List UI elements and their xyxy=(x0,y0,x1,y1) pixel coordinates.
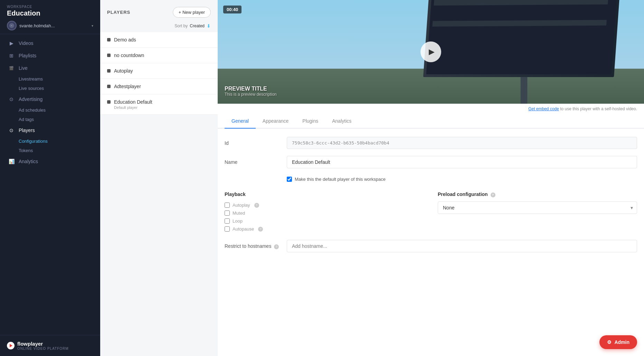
form-row-default: Make this the default player of this wor… xyxy=(225,175,637,183)
list-item[interactable]: Autoplay xyxy=(100,63,218,79)
loop-label: Loop xyxy=(233,218,243,224)
svg-line-9 xyxy=(434,0,608,1)
default-player-name: Education Default xyxy=(114,99,152,105)
sidebar-item-live[interactable]: 🎬 Live xyxy=(0,62,100,74)
players-header: PLAYERS + New player xyxy=(100,0,218,21)
name-input[interactable] xyxy=(287,156,637,168)
sidebar-item-ad-tags[interactable]: Ad tags xyxy=(19,115,100,124)
preload-help-icon: ? xyxy=(491,193,495,197)
admin-gear-icon: ⚙ xyxy=(607,339,612,345)
sidebar-item-analytics[interactable]: 📊 Analytics xyxy=(0,155,100,168)
playlists-icon: ⊞ xyxy=(8,53,15,59)
player-name: Autoplay xyxy=(114,68,133,74)
live-icon: 🎬 xyxy=(8,65,15,71)
players-panel-title: PLAYERS xyxy=(107,10,130,15)
sidebar-item-ad-schedules[interactable]: Ad schedules xyxy=(19,105,100,115)
name-field xyxy=(287,156,637,168)
default-player-checkbox[interactable] xyxy=(287,177,292,182)
tab-plugins[interactable]: Plugins xyxy=(295,114,325,129)
sidebar-item-configurations[interactable]: Configurations xyxy=(19,137,100,146)
players-icon: ⊙ xyxy=(8,127,15,133)
default-player-item[interactable]: Education Default Default player xyxy=(100,94,218,115)
default-label-spacer xyxy=(225,175,287,179)
sort-label: Sort by xyxy=(174,24,188,28)
tab-appearance[interactable]: Appearance xyxy=(256,114,296,129)
video-timestamp: 00:40 xyxy=(223,6,242,13)
admin-button-label: Admin xyxy=(614,339,629,345)
brand-logo-icon xyxy=(7,342,15,349)
analytics-icon: 📊 xyxy=(8,158,15,165)
svg-line-10 xyxy=(433,23,607,24)
preload-title: Preload configuration ? xyxy=(438,191,637,197)
svg-rect-7 xyxy=(521,77,527,104)
default-checkbox-text: Make this the default player of this wor… xyxy=(295,177,386,182)
tab-general[interactable]: General xyxy=(225,114,256,129)
loop-checkbox-label[interactable]: Loop xyxy=(225,217,424,225)
player-dot xyxy=(107,69,111,73)
preload-title-text: Preload configuration xyxy=(438,191,488,197)
restrict-field xyxy=(287,240,637,252)
embed-code-link[interactable]: Get embed code xyxy=(528,106,559,111)
main-nav: ▶ Videos ⊞ Playlists 🎬 Live Livestreams … xyxy=(0,34,100,170)
players-panel: PLAYERS + New player Sort by Created ⬇ D… xyxy=(100,0,218,356)
tabs-bar: General Appearance Plugins Analytics xyxy=(218,114,644,129)
sort-value[interactable]: Created xyxy=(190,24,205,28)
autopause-checkbox[interactable] xyxy=(225,226,230,232)
sidebar-item-label-videos: Videos xyxy=(19,40,34,46)
preload-section: Preload configuration ? None Metadata Au… xyxy=(438,191,637,233)
video-play-button[interactable]: ▶ xyxy=(420,41,441,62)
sidebar-bottom: flowplayer ONLINE VIDEO PLATFORM xyxy=(0,335,100,356)
sidebar-item-label-playlists: Playlists xyxy=(19,53,36,58)
sort-icon[interactable]: ⬇ xyxy=(207,23,211,29)
muted-checkbox-label[interactable]: Muted xyxy=(225,209,424,217)
sidebar-item-tokens[interactable]: Tokens xyxy=(19,146,100,155)
player-dot xyxy=(107,38,111,41)
form-row-restrict: Restrict to hostnames ? xyxy=(225,240,637,252)
player-dot xyxy=(107,54,111,57)
sidebar-item-playlists[interactable]: ⊞ Playlists xyxy=(0,49,100,62)
embed-code-bar: Get embed code to use this player with a… xyxy=(218,104,644,114)
player-name: Adtestplayer xyxy=(114,84,141,89)
autoplay-label: Autoplay xyxy=(233,203,250,208)
player-name: no countdown xyxy=(114,53,144,58)
sidebar: WORKSPACE Education svante.holmdah... ▾ … xyxy=(0,0,100,356)
admin-button[interactable]: ⚙ Admin xyxy=(599,335,637,349)
workspace-label: WORKSPACE xyxy=(7,5,93,9)
list-item[interactable]: no countdown xyxy=(100,48,218,63)
advertising-icon: ⊙ xyxy=(8,96,15,102)
loop-checkbox[interactable] xyxy=(225,218,230,224)
sidebar-item-live-sources[interactable]: Live sources xyxy=(19,84,100,93)
muted-label: Muted xyxy=(233,210,245,216)
autoplay-help-icon: ? xyxy=(254,203,259,208)
sidebar-item-players[interactable]: ⊙ Players xyxy=(0,124,100,137)
embed-code-description: to use this player with a self-hosted vi… xyxy=(560,106,637,111)
user-avatar xyxy=(7,21,17,30)
restrict-label-text: Restrict to hostnames xyxy=(225,243,271,249)
sidebar-item-label-analytics: Analytics xyxy=(19,159,38,164)
sidebar-item-livestreams[interactable]: Livestreams xyxy=(19,74,100,84)
preload-select-wrapper: None Metadata Auto xyxy=(438,202,637,214)
autopause-label: Autopause xyxy=(233,226,254,232)
player-dot xyxy=(107,85,111,88)
brand: flowplayer ONLINE VIDEO PLATFORM xyxy=(7,341,93,350)
sidebar-item-advertising[interactable]: ⊙ Advertising xyxy=(0,93,100,105)
id-value: 759c58c3-6ccc-43d2-b635-50b4bacd70b4 xyxy=(287,137,637,149)
list-item[interactable]: Adtestplayer xyxy=(100,79,218,94)
autopause-checkbox-label[interactable]: Autopause ? xyxy=(225,225,424,233)
tab-analytics[interactable]: Analytics xyxy=(325,114,358,129)
autoplay-checkbox-label[interactable]: Autoplay ? xyxy=(225,201,424,209)
video-title-overlay: PREVIEW TITLE This is a preview descript… xyxy=(225,86,277,97)
preload-select[interactable]: None Metadata Auto xyxy=(438,202,637,214)
user-dropdown-icon: ▾ xyxy=(92,24,93,28)
restrict-input[interactable] xyxy=(287,240,637,252)
autoplay-checkbox[interactable] xyxy=(225,203,230,208)
default-player-checkbox-label[interactable]: Make this the default player of this wor… xyxy=(287,175,637,183)
list-item[interactable]: Demo ads xyxy=(100,32,218,48)
sidebar-item-videos[interactable]: ▶ Videos xyxy=(0,37,100,49)
video-preview-title: PREVIEW TITLE xyxy=(225,86,277,92)
workspace-name: Education xyxy=(7,9,93,17)
muted-checkbox[interactable] xyxy=(225,210,230,216)
playback-preload-section: Playback Autoplay ? Muted Loop Autopause xyxy=(225,191,637,233)
new-player-button[interactable]: + New player xyxy=(173,7,211,18)
user-row[interactable]: svante.holmdah... ▾ xyxy=(7,21,93,30)
